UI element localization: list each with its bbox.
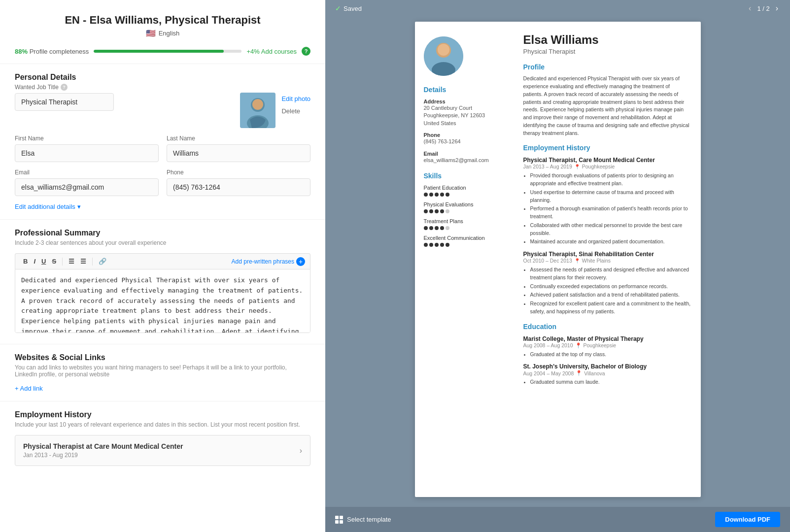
- cv-name: Elsa Williams: [523, 33, 691, 46]
- cv-job-title: Physical Therapist: [523, 48, 691, 55]
- photo-actions: Edit photo Delete: [281, 93, 310, 116]
- email-input[interactable]: [15, 178, 159, 196]
- wanted-job-field: Wanted Job Title ?: [15, 84, 230, 111]
- unordered-list-button[interactable]: ☰: [77, 257, 89, 266]
- next-page-button[interactable]: ›: [774, 4, 780, 13]
- cv-email-label: Email: [424, 151, 505, 157]
- strikethrough-button[interactable]: S: [49, 257, 59, 266]
- email-field: Email: [15, 169, 159, 196]
- cv-job-0-bullet-3: Collaborated with other medical personne…: [530, 222, 691, 237]
- cv-education-section-title: Education: [523, 323, 691, 331]
- email-label: Email: [15, 169, 159, 176]
- cv-skill-dots-2: [424, 226, 505, 230]
- edit-photo-button[interactable]: Edit photo: [281, 94, 310, 104]
- prev-page-button[interactable]: ‹: [747, 4, 753, 13]
- cv-school-0-name: Marist College, Master of Physical Thera…: [523, 335, 691, 342]
- wanted-job-help-icon[interactable]: ?: [61, 84, 68, 91]
- cv-job-1-bullet-3: Recognized for excellent patient care an…: [530, 300, 691, 316]
- professional-summary-section: Professional Summary Include 2-3 clear s…: [0, 219, 325, 344]
- photo-thumbnail: [240, 93, 275, 128]
- help-icon[interactable]: ?: [302, 47, 310, 56]
- phone-label: Phone: [167, 169, 310, 176]
- last-name-input[interactable]: [167, 144, 310, 162]
- wanted-job-label: Wanted Job Title ?: [15, 84, 230, 91]
- cv-job-1: Physical Therapist, Sinai Rehabilitation…: [523, 251, 691, 316]
- employment-history-title: Employment History: [15, 410, 310, 419]
- cv-job-0-meta: Jan 2013 – Aug 2019 📍 Poughkeepsie: [523, 164, 691, 169]
- cv-job-0-bullets: Provided thorough evaluations of patient…: [523, 172, 691, 246]
- cv-avatar: [424, 36, 463, 76]
- cv-preview-wrapper: Details Address 20 Cantlebury CourtPough…: [325, 17, 790, 507]
- chevron-down-icon: ▾: [77, 203, 81, 210]
- first-name-input[interactable]: [15, 144, 159, 162]
- cv-left-column: Details Address 20 Cantlebury CourtPough…: [415, 22, 514, 497]
- svg-point-3: [252, 99, 263, 110]
- progress-fill: [94, 50, 224, 53]
- first-name-field: First Name: [15, 135, 159, 162]
- summary-textarea[interactable]: Dedicated and experienced Physical Thera…: [15, 269, 310, 333]
- cv-skills-list: Patient Education Physical Evaluations T…: [424, 185, 505, 247]
- toolbar-separator-2: [92, 258, 93, 266]
- italic-button[interactable]: I: [31, 257, 38, 266]
- employment-job-title: Physical Therapist at Care Mount Medical…: [23, 442, 183, 450]
- add-link-button[interactable]: + Add link: [15, 385, 310, 392]
- cv-school-0-bullets: Graduated at the top of my class.: [523, 351, 691, 359]
- cv-job-1-bullet-1: Continually exceeded expectations on per…: [530, 283, 691, 291]
- select-template-button[interactable]: Select template: [335, 516, 391, 524]
- cv-topbar: ✓ Saved ‹ 1 / 2 ›: [325, 0, 790, 17]
- cv-skill-excellent-communication: Excellent Communication: [424, 235, 505, 247]
- phone-field: Phone: [167, 169, 310, 196]
- delete-photo-button[interactable]: Delete: [281, 106, 310, 116]
- cv-school-1-bullet-0: Graduated summa cum laude.: [530, 378, 691, 386]
- first-name-label: First Name: [15, 135, 159, 142]
- edit-additional-link[interactable]: Edit additional details ▾: [15, 203, 310, 210]
- cv-job-0-bullet-0: Provided thorough evaluations of patient…: [530, 172, 691, 188]
- cv-job-0-bullet-2: Performed a thorough examination of pati…: [530, 205, 691, 221]
- bold-button[interactable]: B: [20, 257, 31, 266]
- page-indicator: 1 / 2: [757, 5, 769, 12]
- wanted-job-input[interactable]: [15, 93, 114, 111]
- progress-section: 88% Profile completeness +4% Add courses…: [0, 44, 325, 64]
- cv-job-1-bullets: Assessed the needs of patients and desig…: [523, 266, 691, 316]
- cv-job-0-bullet-1: Used expertise to determine cause of tra…: [530, 189, 691, 204]
- cv-job-0-title: Physical Therapist, Care Mount Medical C…: [523, 157, 691, 164]
- cv-details-section-title: Details: [424, 86, 505, 94]
- personal-details-section: Personal Details Wanted Job Title ?: [0, 64, 325, 219]
- progress-label: 88% Profile completeness: [15, 48, 89, 55]
- saved-label: Saved: [343, 5, 362, 12]
- pagination: ‹ 1 / 2 ›: [747, 4, 780, 13]
- add-prewritten-phrases[interactable]: Add pre-written phrases +: [232, 257, 305, 266]
- svg-point-7: [438, 44, 449, 56]
- wanted-job-photo-row: Wanted Job Title ? Edit photo: [15, 84, 310, 128]
- employment-job-info: Physical Therapist at Care Mount Medical…: [23, 442, 183, 459]
- cv-job-1-bullet-0: Assessed the needs of patients and desig…: [530, 266, 691, 282]
- underline-button[interactable]: U: [38, 257, 49, 266]
- language-label: English: [159, 30, 180, 37]
- employment-job-card[interactable]: Physical Therapist at Care Mount Medical…: [15, 435, 310, 466]
- cv-skill-dots-3: [424, 243, 505, 247]
- cv-skill-dots-0: [424, 193, 505, 197]
- ordered-list-button[interactable]: ☰: [66, 257, 77, 266]
- progress-track: [94, 50, 241, 53]
- contact-row: Email Phone: [15, 169, 310, 196]
- phone-input[interactable]: [167, 178, 310, 196]
- link-button[interactable]: 🔗: [96, 257, 109, 266]
- cv-school-0-meta: Aug 2008 – Aug 2010 📍 Poughkeepsie: [523, 342, 691, 349]
- cv-school-1-name: St. Joseph's University, Bachelor of Bio…: [523, 363, 691, 370]
- cv-address-label: Address: [424, 99, 505, 104]
- cv-skill-patient-education: Patient Education: [424, 185, 505, 197]
- cv-job-0-bullet-4: Maintained accurate and organized patien…: [530, 238, 691, 246]
- employment-history-section: Employment History Include your last 10 …: [0, 401, 325, 475]
- cv-preview: Details Address 20 Cantlebury CourtPough…: [415, 22, 701, 497]
- download-pdf-button[interactable]: Download PDF: [715, 512, 780, 527]
- left-header: EN - Elsa Williams, Physical Therapist 🇺…: [0, 0, 325, 44]
- cv-email-value: elsa_williams2@gmail.com: [424, 157, 505, 164]
- websites-title: Websites & Social Links: [15, 353, 310, 362]
- add-courses-link[interactable]: +4% Add courses: [246, 48, 297, 55]
- professional-summary-subtitle: Include 2-3 clear sentences about your o…: [15, 239, 310, 246]
- right-panel: ✓ Saved ‹ 1 / 2 ›: [325, 0, 790, 532]
- cv-right-column: Elsa Williams Physical Therapist Profile…: [514, 22, 701, 497]
- cv-phone-label: Phone: [424, 132, 505, 138]
- employment-history-subtitle: Include your last 10 years of relevant e…: [15, 421, 310, 428]
- cv-employment-section-title: Employment History: [523, 144, 691, 152]
